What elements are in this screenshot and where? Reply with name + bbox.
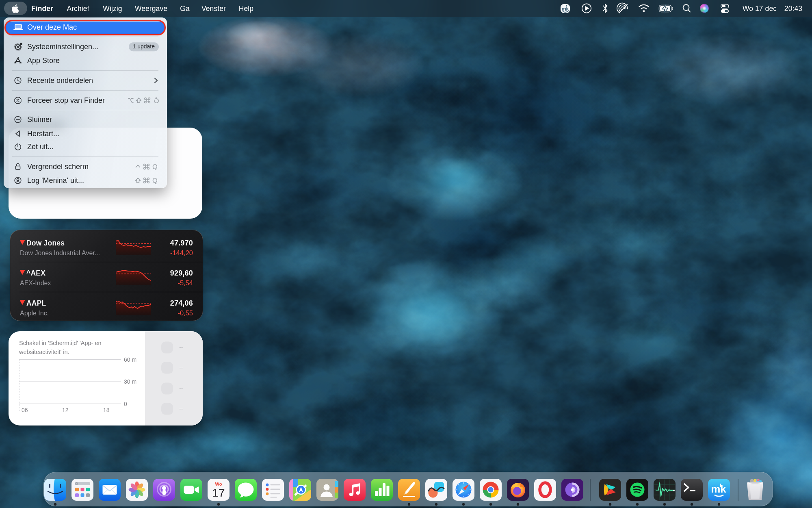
svg-text:mk: mk (711, 483, 726, 495)
svg-text:17: 17 (212, 486, 225, 499)
svg-text:Q: Q (152, 163, 158, 170)
svg-text:Wo: Wo (215, 482, 222, 486)
svg-text:mk: mk (561, 6, 569, 12)
svg-text:--: -- (179, 365, 183, 371)
svg-text:0: 0 (124, 401, 127, 407)
svg-text:12: 12 (62, 407, 69, 413)
svg-text:18: 18 (103, 407, 110, 413)
svg-text:06: 06 (22, 407, 28, 413)
svg-text:60 m: 60 m (124, 356, 136, 363)
svg-text:--: -- (179, 385, 183, 392)
svg-text:--: -- (179, 406, 183, 412)
svg-text:30 m: 30 m (124, 378, 136, 385)
svg-text:Q: Q (152, 177, 158, 184)
svg-text:--: -- (179, 344, 183, 351)
